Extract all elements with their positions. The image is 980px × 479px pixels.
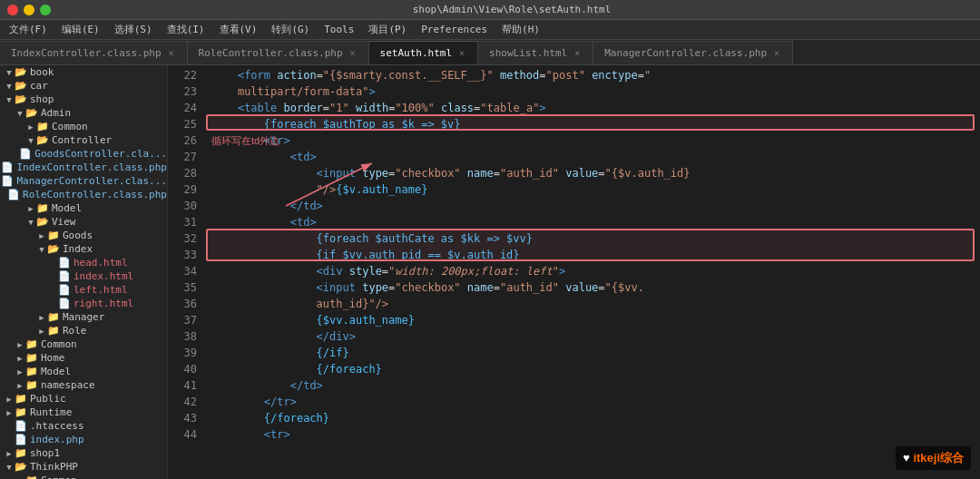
folder-icon: 📂 [25, 107, 38, 119]
tab[interactable]: setAuth.html× [369, 41, 479, 64]
code-editor[interactable]: 2223242526272829303132333435363738394041… [168, 65, 980, 479]
sidebar-item[interactable]: 📄right.html [0, 297, 167, 310]
tree-arrow-icon: ▶ [15, 367, 25, 376]
sidebar-item[interactable]: ▶📁Model [0, 365, 167, 378]
line-numbers: 2223242526272829303132333435363738394041… [168, 65, 204, 479]
line-number: 36 [168, 296, 197, 312]
sidebar-item[interactable]: 📄head.html [0, 256, 167, 269]
folder-icon: 📁 [15, 447, 27, 459]
tab-close-icon[interactable]: × [573, 47, 582, 59]
tab[interactable]: IndexController.class.php× [0, 41, 188, 64]
tree-arrow-icon: ▶ [15, 354, 25, 363]
sidebar-item[interactable]: 📄RoleController.class.php [0, 188, 167, 201]
code-line: <div style="width: 200px;float: left"> [211, 263, 980, 279]
code-line: {$vv.auth_name} [211, 312, 980, 328]
php-icon: 📄 [15, 434, 27, 445]
code-line: {foreach $authTop as $k => $v} [211, 116, 980, 132]
sidebar-item[interactable]: ▼📂View [0, 215, 167, 229]
line-number: 35 [168, 279, 197, 296]
sidebar-item-label: Admin [41, 107, 71, 119]
sidebar-item[interactable]: ▼📂Admin [0, 106, 167, 120]
sidebar-item[interactable]: 📄IndexController.class.php [0, 161, 167, 174]
code-line: <tr> [211, 426, 980, 443]
code-line: {/foreach} [211, 410, 980, 426]
tree-arrow-icon: ▼ [25, 136, 36, 145]
folder-icon: 📁 [47, 311, 60, 323]
minimize-button[interactable] [24, 5, 34, 15]
menu-item[interactable]: 帮助(H) [496, 21, 545, 38]
sidebar-item[interactable]: ▼📂car [0, 79, 167, 93]
sidebar-item[interactable]: ▶📁Manager [0, 310, 167, 324]
code-line: <td> [211, 149, 980, 165]
close-button[interactable] [7, 5, 18, 15]
tab-close-icon[interactable]: × [772, 47, 781, 59]
tab-close-icon[interactable]: × [167, 47, 176, 59]
sidebar-item[interactable]: ▶📁Public [0, 392, 167, 406]
sidebar-item[interactable]: 📄index.html [0, 269, 167, 283]
menu-item[interactable]: 查看(V) [214, 21, 263, 38]
tab-bar[interactable]: IndexController.class.php×RoleController… [0, 40, 980, 65]
code-content[interactable]: <form action="{$smarty.const.__SELF__}" … [204, 65, 980, 479]
line-number: 44 [168, 426, 197, 443]
menu-item[interactable]: Tools [318, 22, 359, 37]
window-controls[interactable] [7, 5, 51, 15]
sidebar-item-label: GoodsController.cla... [34, 148, 167, 160]
sidebar-item[interactable]: ▼📂Index [0, 242, 167, 256]
sidebar-item[interactable]: ▼📂ThinkPHP [0, 460, 167, 474]
sidebar-item[interactable]: ▶📁namespace [0, 378, 167, 392]
sidebar-item[interactable]: 📄left.html [0, 283, 167, 297]
menu-item[interactable]: 文件(F) [4, 21, 53, 38]
tab-label: RoleController.class.php [199, 47, 343, 59]
sidebar-item-label: Model [41, 366, 71, 377]
menu-item[interactable]: 选择(S) [109, 21, 158, 38]
sidebar-item[interactable]: ▶📁Role [0, 324, 167, 337]
menu-item[interactable]: 查找(I) [162, 21, 211, 38]
line-number: 37 [168, 312, 197, 328]
menu-item[interactable]: 转到(G) [266, 21, 315, 38]
tree-arrow-icon: ▶ [15, 476, 25, 480]
main-layout: ▼📂book▼📂car▼📂shop▼📂Admin▶📁Common▼📂Contro… [0, 65, 980, 479]
sidebar-item-label: Index [63, 243, 93, 255]
tab[interactable]: showList.html× [478, 41, 593, 64]
sidebar-item[interactable]: ▶📁shop1 [0, 446, 167, 460]
sidebar-item[interactable]: ▼📂shop [0, 93, 167, 106]
sidebar-item[interactable]: ▶📁Home [0, 351, 167, 365]
sidebar-item[interactable]: 📄.htaccess [0, 419, 167, 433]
sidebar-item[interactable]: ▼📂Controller [0, 133, 167, 147]
sidebar-item[interactable]: 📄GoodsController.cla... [0, 147, 167, 161]
sidebar-item[interactable]: 📄ManagerController.clas... [0, 174, 167, 188]
line-number: 32 [168, 230, 197, 247]
sidebar-item[interactable]: 📄index.php [0, 433, 167, 446]
sidebar-item[interactable]: ▶📁Common [0, 474, 167, 479]
tab[interactable]: RoleController.class.php× [188, 41, 369, 64]
folder-icon: 📁 [25, 379, 38, 391]
tab[interactable]: ManagerController.class.php× [593, 41, 793, 64]
title-bar: shop\Admin\View\Role\setAuth.html [0, 0, 980, 20]
menu-item[interactable]: Preferences [416, 22, 493, 37]
watermark: ♥ itkeji综合 [896, 446, 971, 470]
tab-close-icon[interactable]: × [457, 47, 466, 59]
sidebar-item[interactable]: ▶📁Common [0, 120, 167, 133]
sidebar-item-label: Common [52, 121, 88, 132]
code-line: <td> [211, 214, 980, 230]
maximize-button[interactable] [40, 5, 51, 15]
code-line: </tr> [211, 394, 980, 410]
tree-arrow-icon: ▶ [36, 313, 47, 322]
sidebar[interactable]: ▼📂book▼📂car▼📂shop▼📂Admin▶📁Common▼📂Contro… [0, 65, 168, 479]
line-number: 34 [168, 263, 197, 279]
sidebar-item[interactable]: ▼📂book [0, 65, 167, 79]
sidebar-item[interactable]: ▶📁Goods [0, 229, 167, 242]
menu-item[interactable]: 编辑(E) [56, 21, 105, 38]
tree-arrow-icon: ▶ [15, 381, 25, 390]
sidebar-item[interactable]: ▶📁Model [0, 201, 167, 215]
sidebar-item[interactable]: ▶📁Runtime [0, 406, 167, 419]
tree-arrow-icon: ▼ [15, 109, 25, 118]
folder-icon: 📁 [15, 393, 27, 405]
menu-item[interactable]: 项目(P) [363, 21, 412, 38]
code-line: </div> [211, 328, 980, 345]
html-icon: 📄 [58, 284, 71, 296]
line-number: 29 [168, 181, 197, 198]
sidebar-item[interactable]: ▶📁Common [0, 337, 167, 351]
html-icon: 📄 [58, 257, 71, 269]
tab-close-icon[interactable]: × [348, 47, 358, 59]
